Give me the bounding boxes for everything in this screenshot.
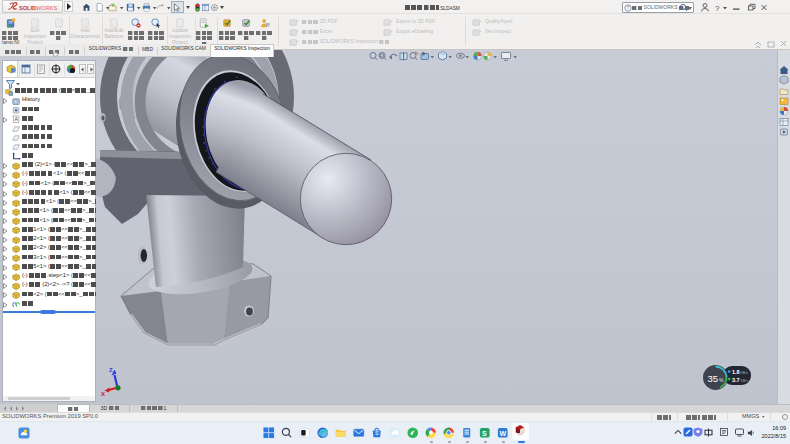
svg-text:35: 35 [708,373,719,384]
svg-text:S: S [482,430,487,437]
svg-text:A: A [14,116,18,122]
svg-text:1.8: 1.8 [732,369,740,375]
svg-text:WORKS: WORKS [36,5,57,11]
svg-text:?: ? [627,5,630,11]
svg-text:?: ? [715,4,720,13]
svg-text:S: S [375,430,379,436]
svg-text:X: X [101,391,105,397]
svg-text:W: W [499,430,506,437]
svg-text:Z: Z [109,367,113,373]
svg-text:KB/s: KB/s [741,371,749,375]
svg-text:SOLID: SOLID [19,5,36,11]
svg-text:KB/s: KB/s [741,379,749,383]
svg-text:3.7: 3.7 [732,377,740,383]
svg-text:%: % [719,377,724,383]
